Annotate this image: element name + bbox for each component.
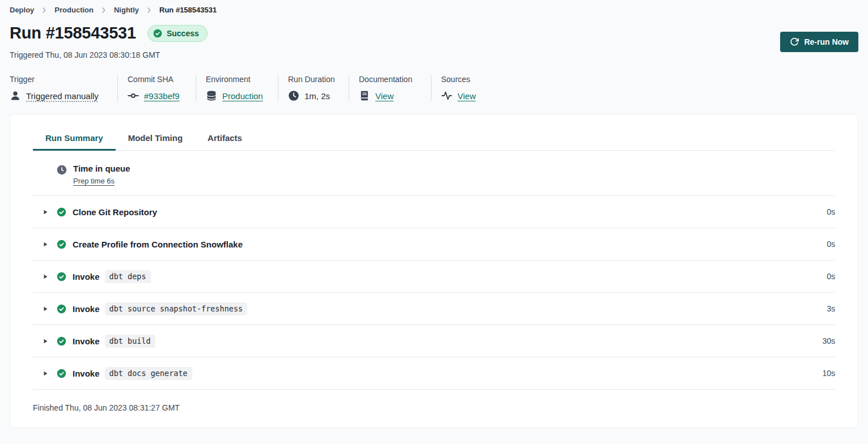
rerun-now-button[interactable]: Re-run Now [780,32,858,52]
expand-triangle-icon[interactable] [42,240,49,249]
step-duration: 0s [827,240,835,249]
step-label: Invoke [73,272,100,281]
meta-run-duration: Run Duration 1m, 2s [278,75,349,101]
rerun-now-label: Re-run Now [804,37,849,46]
success-check-icon [57,207,66,217]
meta-label: Trigger [10,75,107,84]
step-duration: 0s [827,272,835,281]
time-in-queue-section: Time in queue Prep time 6s [33,151,835,196]
chevron-right-icon [145,6,153,14]
sources-view-link[interactable]: View [458,91,476,101]
step-row-docs-generate[interactable]: Invoke dbt docs generate 10s [33,357,835,390]
success-check-icon [57,272,66,281]
time-in-queue-title: Time in queue [73,164,130,173]
breadcrumb-item-deploy[interactable]: Deploy [10,6,34,14]
meta-label: Environment [206,75,268,84]
chevron-right-icon [40,6,48,14]
tab-run-summary[interactable]: Run Summary [33,128,116,151]
step-row-dbt-deps[interactable]: Invoke dbt deps 0s [33,261,835,293]
meta-label: Sources [441,75,489,84]
step-row-snapshot-freshness[interactable]: Invoke dbt source snapshot-freshness 3s [33,293,835,325]
success-check-icon [57,304,66,314]
expand-triangle-icon[interactable] [42,272,49,281]
expand-triangle-icon[interactable] [42,337,49,345]
step-duration: 10s [822,369,835,378]
breadcrumb: Deploy Production Nightly Run #158543531 [0,0,868,14]
clock-icon [57,165,67,175]
triggered-timestamp: Triggered Thu, 08 Jun 2023 08:30:18 GMT [10,50,868,59]
clock-icon [288,90,299,101]
step-label: Invoke [73,369,100,378]
documentation-view-link[interactable]: View [375,91,393,101]
refresh-icon [790,37,799,46]
trigger-value: Triggered manually [26,91,99,101]
run-meta-strip: Trigger Triggered manually Commit SHA #9… [10,75,868,101]
meta-sources: Sources View [431,75,499,101]
git-commit-icon [128,90,139,101]
status-badge-label: Success [167,29,199,38]
page-title: Run #158543531 [10,24,136,42]
step-duration: 0s [827,207,835,216]
step-row-create-profile[interactable]: Create Profile from Connection Snowflake… [33,228,835,261]
prep-time-link[interactable]: Prep time 6s [73,177,115,185]
person-icon [10,90,21,101]
check-circle-icon [153,29,162,38]
command-chip: dbt deps [105,270,151,283]
database-icon [206,90,217,101]
step-row-clone-git[interactable]: Clone Git Repository 0s [33,196,835,228]
book-icon [359,90,370,101]
step-label: Create Profile from Connection Snowflake [73,240,243,249]
run-detail-card: Run Summary Model Timing Artifacts Time … [10,114,858,428]
success-check-icon [57,240,66,249]
environment-link[interactable]: Production [222,91,263,101]
finished-timestamp: Finished Thu, 08 Jun 2023 08:31:27 GMT [33,390,835,426]
chevron-right-icon [100,6,108,14]
tab-artifacts[interactable]: Artifacts [195,128,255,151]
step-row-dbt-build[interactable]: Invoke dbt build 30s [33,325,835,357]
meta-documentation: Documentation View [349,75,431,101]
breadcrumb-item-nightly[interactable]: Nightly [114,6,139,14]
meta-label: Commit SHA [128,75,185,84]
step-label: Clone Git Repository [73,207,157,217]
commit-sha-link[interactable]: #933bef9 [144,91,180,101]
meta-commit-sha: Commit SHA #933bef9 [117,75,196,101]
meta-environment: Environment Production [196,75,278,101]
step-label: Invoke [73,304,100,314]
command-chip: dbt docs generate [105,367,192,380]
tab-bar: Run Summary Model Timing Artifacts [33,114,835,151]
success-check-icon [57,369,66,378]
step-duration: 30s [822,336,835,345]
breadcrumb-current-run: Run #158543531 [159,6,217,14]
step-duration: 3s [827,304,835,313]
breadcrumb-item-production[interactable]: Production [54,6,94,14]
meta-trigger: Trigger Triggered manually [10,75,117,101]
expand-triangle-icon[interactable] [42,208,49,216]
run-duration-value: 1m, 2s [304,91,330,101]
title-row: Run #158543531 Success [10,24,868,42]
command-chip: dbt build [105,335,155,348]
tab-model-timing[interactable]: Model Timing [116,128,195,151]
meta-label: Run Duration [288,75,338,84]
expand-triangle-icon[interactable] [42,369,49,378]
step-label: Invoke [73,336,100,346]
command-chip: dbt source snapshot-freshness [105,302,248,315]
success-check-icon [57,336,66,346]
expand-triangle-icon[interactable] [42,305,49,313]
meta-label: Documentation [359,75,421,84]
status-badge: Success [147,25,208,42]
pulse-icon [441,90,452,101]
